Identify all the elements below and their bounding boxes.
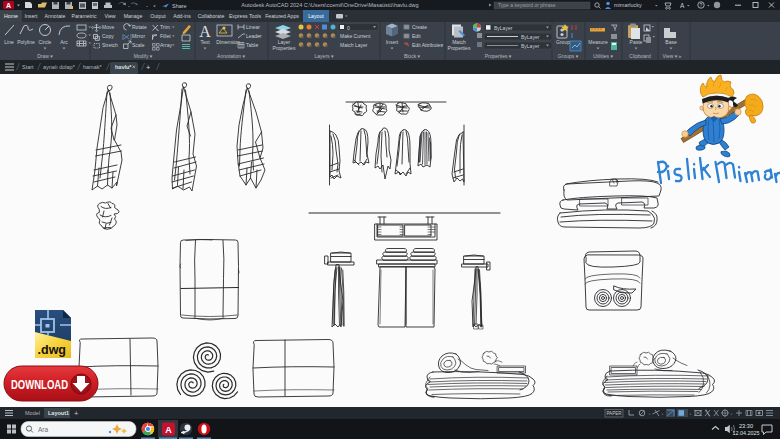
svg-text:Make Current: Make Current [340,33,371,39]
svg-text:Create: Create [412,24,427,30]
svg-text:Array: Array [160,42,172,48]
svg-text:Ara: Ara [38,426,49,433]
svg-text:Output: Output [150,13,166,19]
svg-text:Featured Apps: Featured Apps [265,13,299,19]
svg-text:Move: Move [102,24,114,30]
svg-text:Paste: Paste [630,39,643,45]
svg-text:Manage: Manage [124,13,143,19]
svg-text:PAPER: PAPER [606,411,622,416]
svg-text:Scale: Scale [132,42,145,48]
svg-text:?: ? [700,2,703,8]
svg-text:A: A [165,425,172,435]
svg-text:Fillet: Fillet [160,33,171,39]
svg-text:Line: Line [4,39,14,45]
svg-text:Edit: Edit [412,33,421,39]
svg-text:Share: Share [172,3,187,9]
svg-text:Match Layer: Match Layer [340,42,368,48]
svg-text:Type a keyword or phrase: Type a keyword or phrase [498,2,556,8]
svg-text:Polyline: Polyline [17,39,35,45]
svg-text:Rotate: Rotate [132,24,147,30]
svg-text:Group: Group [556,39,570,45]
svg-text:Express Tools: Express Tools [229,13,262,19]
svg-text:Insert: Insert [25,13,39,19]
svg-text:ByLayer: ByLayer [521,43,540,49]
svg-text:View: View [104,13,115,19]
svg-text:Dimension: Dimension [216,39,240,45]
svg-text:Clipboard: Clipboard [629,53,651,59]
svg-text:Annotate: Annotate [45,13,66,19]
svg-text:Base: Base [665,39,677,45]
svg-text:Arc: Arc [60,39,68,45]
svg-text:havlu*: havlu* [115,64,132,70]
svg-text:Trim: Trim [160,24,170,30]
svg-text:ByLayer: ByLayer [494,25,513,31]
svg-text:Block ▾: Block ▾ [404,53,421,59]
svg-text:Mirror: Mirror [132,33,145,39]
svg-text:Copy: Copy [102,33,114,39]
svg-text:DOWNLOAD: DOWNLOAD [11,378,68,392]
svg-text:hamak*: hamak* [83,64,103,70]
svg-text:Home: Home [4,13,18,19]
svg-text:Autodesk AutoCAD 2024 C:\Us: Autodesk AutoCAD 2024 C:\Users\ccemil\On… [241,2,418,8]
svg-text:Layers ▾: Layers ▾ [315,53,334,59]
svg-text:A: A [199,23,211,40]
svg-text:Modify ▾: Modify ▾ [134,53,153,59]
svg-text:Model: Model [25,410,40,416]
svg-text:A: A [6,2,11,9]
svg-text:.dwg: .dwg [38,343,66,357]
svg-text:Utilities ▾: Utilities ▾ [593,53,614,59]
svg-text:Annotation ▾: Annotation ▾ [217,53,245,59]
svg-text:+: + [74,409,79,418]
svg-text:Edit Attributes: Edit Attributes [412,42,443,48]
svg-text:23:30: 23:30 [739,423,753,429]
svg-text:+: + [146,64,150,71]
svg-text:Linear: Linear [246,24,260,30]
svg-text:Add-ins: Add-ins [173,13,191,19]
svg-text:Layout: Layout [308,13,324,19]
svg-text:mimarlucky: mimarlucky [614,2,642,8]
svg-text:Groups ▾: Groups ▾ [558,53,579,59]
svg-text:0: 0 [347,25,350,31]
svg-text:Properties ▾: Properties ▾ [485,53,512,59]
svg-text:Text: Text [200,39,210,45]
svg-text:Collaborate: Collaborate [198,13,225,19]
svg-text:Properties: Properties [273,45,296,51]
svg-text:Stretch: Stretch [102,42,118,48]
svg-text:Properties: Properties [448,45,471,51]
svg-text:Start: Start [22,64,34,70]
svg-text:A: A [680,2,685,9]
svg-text:Parametric: Parametric [71,13,96,19]
svg-text:aynalı dolap*: aynalı dolap* [43,64,76,70]
svg-text:Draw ▾: Draw ▾ [37,53,53,59]
svg-text:12.04.2025: 12.04.2025 [733,430,760,436]
svg-text:Circle: Circle [39,39,52,45]
svg-text:View ▾ »: View ▾ » [663,53,682,59]
svg-text:Layout1: Layout1 [48,410,69,416]
svg-text:Table: Table [246,42,258,48]
svg-text:Measure: Measure [588,39,608,45]
svg-text:Insert: Insert [386,39,399,45]
svg-text:ByLayer: ByLayer [521,34,540,40]
